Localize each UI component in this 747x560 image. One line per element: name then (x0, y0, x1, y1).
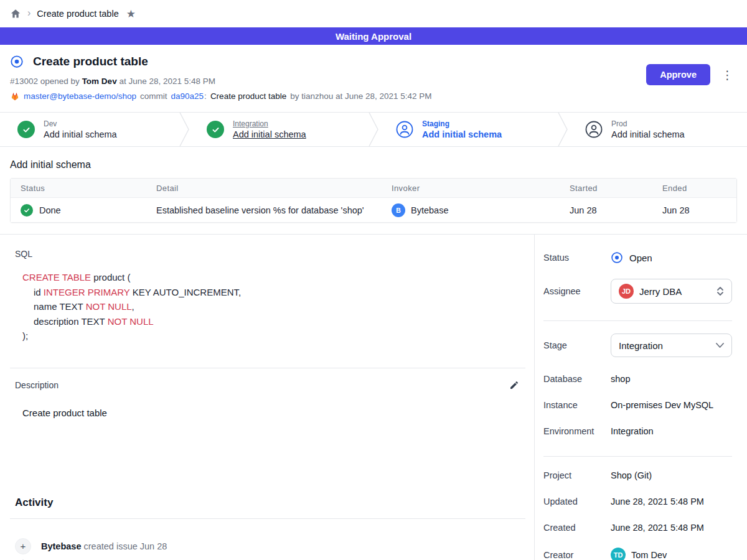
col-header-ended: Ended (652, 184, 736, 193)
stage-task-label: Add initial schema (44, 129, 117, 139)
banner-text: Waiting Approval (336, 31, 411, 42)
stage-separator (369, 113, 378, 146)
bookmark-star-icon[interactable]: ★ (126, 7, 136, 21)
activity-author: Bytebase (41, 541, 81, 551)
sql-text: , (132, 301, 134, 312)
home-icon[interactable] (10, 8, 21, 19)
col-header-detail: Detail (146, 184, 382, 193)
stage-task-label: Add initial schema (422, 129, 502, 139)
description-content: Create product table (22, 408, 525, 418)
breadcrumb-page-title: Create product table (37, 9, 118, 19)
page-title: Create product table (33, 55, 148, 68)
sql-text: id (34, 287, 44, 297)
main-content: SQL CREATE TABLE product ( id INTEGER PR… (0, 235, 534, 560)
issue-open-status-icon (10, 55, 24, 68)
stage-dev[interactable]: Dev Add initial schema (0, 113, 179, 146)
stage-separator (179, 113, 189, 146)
stage-env-label: Staging (422, 119, 502, 128)
stage-task-label: Add initial schema (611, 129, 685, 139)
creator-value: Tom Dev (631, 550, 667, 560)
gitlab-icon (10, 91, 20, 101)
stage-env-label: Prod (611, 119, 685, 128)
sql-text: product ( (91, 272, 130, 282)
breadcrumb: › Create product table ★ (0, 0, 747, 27)
task-table: Status Detail Invoker Started Ended Done… (10, 178, 737, 223)
table-row[interactable]: Done Established baseline version %s for… (11, 197, 736, 222)
stage-select-value: Integration (619, 340, 663, 351)
sql-keyword: NOT NULL (86, 301, 132, 312)
waiting-approval-banner: Waiting Approval (0, 27, 747, 45)
assignee-avatar: JD (619, 284, 634, 299)
task-invoker: Bytebase (411, 205, 448, 215)
task-table-header: Status Detail Invoker Started Ended (11, 179, 736, 197)
stage-integration[interactable]: Integration Add initial schema (189, 113, 369, 146)
description-label: Description (15, 380, 59, 390)
stage-env-label: Dev (44, 119, 117, 128)
assignee-value: Jerry DBA (639, 286, 682, 297)
environment-value: Integration (611, 426, 654, 436)
assignee-select[interactable]: JD Jerry DBA (611, 279, 732, 304)
database-value: shop (611, 374, 630, 384)
creator-label: Creator (543, 550, 611, 560)
instance-label: Instance (543, 400, 611, 410)
invoker-avatar: B (392, 203, 405, 217)
assignee-label: Assignee (543, 286, 611, 296)
section-divider (10, 368, 525, 368)
activity-heading: Activity (15, 497, 525, 509)
col-header-started: Started (560, 184, 652, 193)
sql-text: ); (22, 330, 28, 341)
activity-action: created issue Jun 28 (84, 541, 167, 551)
issue-header: Create product table #13002 opened by To… (0, 45, 747, 112)
col-header-invoker: Invoker (382, 184, 560, 193)
sql-section-label: SQL (15, 249, 525, 259)
task-ended: Jun 28 (652, 205, 736, 215)
vcs-commit-label: commit (140, 91, 167, 101)
sql-keyword: CREATE TABLE (22, 272, 91, 282)
stage-separator (558, 113, 568, 146)
status-label: Status (543, 253, 611, 263)
issue-meta-line: #13002 opened by Tom Dev at June 28, 202… (10, 77, 737, 86)
creator-avatar: TD (611, 548, 626, 560)
task-status: Done (39, 205, 61, 215)
vcs-commit-message: Create product table (210, 91, 286, 101)
sidebar-divider (543, 456, 732, 457)
task-done-check-icon (21, 204, 33, 217)
sql-code-block: CREATE TABLE product ( id INTEGER PRIMAR… (22, 270, 525, 343)
stage-done-check-icon (17, 121, 35, 138)
task-section-heading: Add initial schema (10, 159, 737, 170)
stage-env-label[interactable]: Integration (233, 119, 306, 128)
issue-sidebar: Status Open Assignee JD Jerry DBA Stage (534, 235, 747, 560)
task-started: Jun 28 (560, 205, 652, 215)
stage-staging[interactable]: Staging Add initial schema (378, 113, 558, 146)
stage-pending-approval-icon (585, 121, 603, 138)
plus-icon: + (15, 538, 31, 554)
chevron-down-icon (716, 343, 724, 348)
created-value: June 28, 2021 5:48 PM (611, 523, 704, 533)
more-options-icon[interactable]: ⋮ (719, 68, 736, 82)
project-label: Project (543, 470, 611, 480)
project-value: Shop (Git) (611, 470, 652, 480)
stage-task-label[interactable]: Add initial schema (233, 129, 306, 139)
approve-button[interactable]: Approve (646, 64, 710, 85)
sidebar-divider (543, 320, 732, 321)
created-label: Created (543, 523, 611, 533)
section-divider (10, 518, 525, 519)
issue-author: Tom Dev (82, 77, 117, 86)
chevron-right-icon: › (27, 8, 31, 18)
sql-text: KEY AUTO_INCREMENT, (129, 287, 241, 297)
environment-label: Environment (543, 426, 611, 436)
stage-prod[interactable]: Prod Add initial schema (568, 113, 747, 146)
vcs-commit-hash-link[interactable]: da90a25 (171, 91, 204, 101)
status-value: Open (629, 253, 652, 263)
vcs-colon: : (204, 91, 207, 101)
vcs-branch-repo-link[interactable]: master@bytebase-demo/shop (24, 91, 136, 101)
updated-label: Updated (543, 497, 611, 506)
edit-pencil-icon[interactable] (508, 379, 520, 391)
issue-meta-prefix: #13002 opened by (10, 77, 80, 86)
sql-keyword: INTEGER PRIMARY (44, 287, 130, 297)
updown-chevron-icon (716, 286, 724, 296)
database-label: Database (543, 374, 611, 384)
issue-meta-suffix: at June 28, 2021 5:48 PM (119, 77, 215, 86)
stage-select-label: Stage (543, 340, 611, 350)
stage-select[interactable]: Integration (611, 334, 732, 357)
